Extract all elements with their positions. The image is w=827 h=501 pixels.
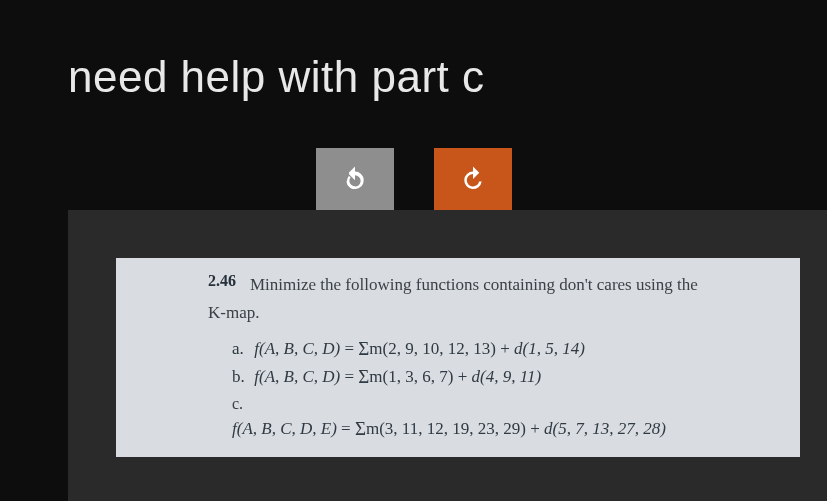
item-eq: = bbox=[341, 419, 351, 438]
problem-item-a: a. f(A, B, C, D) = Σm(2, 9, 10, 12, 13) … bbox=[232, 337, 780, 359]
item-plus: + bbox=[458, 367, 468, 386]
rotate-toolbar bbox=[0, 148, 827, 210]
item-dc: d(5, 7, 13, 27, 28) bbox=[544, 419, 666, 438]
problem-number: 2.46 bbox=[208, 272, 236, 290]
item-dc: d(1, 5, 14) bbox=[514, 339, 585, 358]
item-eq: = bbox=[344, 339, 354, 358]
item-sum: Σm(3, 11, 12, 19, 23, 29) bbox=[355, 419, 526, 438]
problem-item-c: f(A, B, C, D, E) = Σm(3, 11, 12, 19, 23,… bbox=[232, 417, 780, 439]
problem-scan: 2.46 Minimize the following functions co… bbox=[116, 258, 800, 457]
item-eq: = bbox=[344, 367, 354, 386]
item-sum: Σm(1, 3, 6, 7) bbox=[358, 367, 453, 386]
problem-item-b: b. f(A, B, C, D) = Σm(1, 3, 6, 7) + d(4,… bbox=[232, 365, 780, 387]
page-title: need help with part c bbox=[68, 52, 485, 102]
problem-header-line: 2.46 Minimize the following functions co… bbox=[208, 272, 780, 298]
app-root: need help with part c 2.46 Minimize the … bbox=[0, 0, 827, 501]
item-fn: f(A, B, C, D) bbox=[254, 339, 340, 358]
rotate-right-icon bbox=[458, 164, 488, 194]
item-fn: f(A, B, C, D, E) bbox=[232, 419, 337, 438]
problem-kmap-line: K-map. bbox=[208, 300, 780, 326]
item-dc: d(4, 9, 11) bbox=[471, 367, 541, 386]
problem-heading: Minimize the following functions contain… bbox=[250, 275, 698, 294]
rotate-left-button[interactable] bbox=[316, 148, 394, 210]
rotate-right-button[interactable] bbox=[434, 148, 512, 210]
item-label-c: c. bbox=[232, 395, 780, 413]
rotate-left-icon bbox=[340, 164, 370, 194]
item-plus: + bbox=[530, 419, 540, 438]
item-plus: + bbox=[500, 339, 510, 358]
item-sum: Σm(2, 9, 10, 12, 13) bbox=[358, 339, 496, 358]
item-label: a. bbox=[232, 339, 250, 359]
item-label: b. bbox=[232, 367, 250, 387]
content-panel: 2.46 Minimize the following functions co… bbox=[68, 210, 827, 501]
item-fn: f(A, B, C, D) bbox=[254, 367, 340, 386]
